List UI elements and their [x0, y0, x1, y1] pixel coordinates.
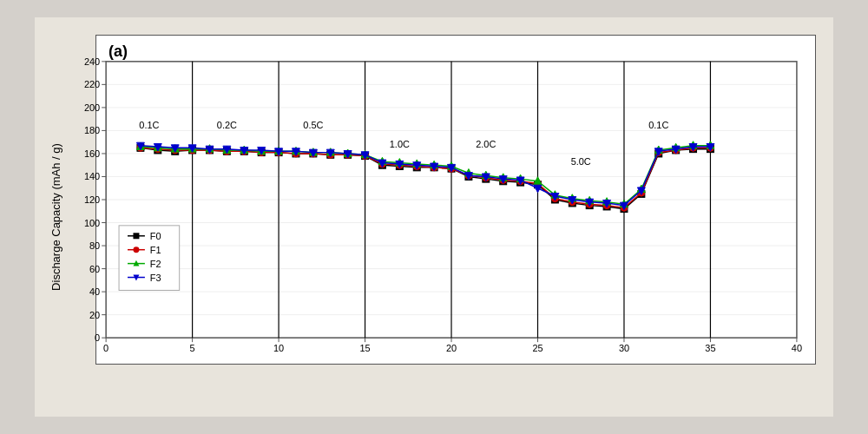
- svg-text:0.1C: 0.1C: [139, 120, 159, 130]
- svg-text:0.2C: 0.2C: [217, 120, 237, 130]
- svg-text:0: 0: [103, 343, 108, 353]
- svg-text:F2: F2: [150, 259, 161, 269]
- svg-text:5: 5: [190, 343, 195, 353]
- svg-text:80: 80: [89, 240, 100, 251]
- svg-text:40: 40: [792, 343, 802, 353]
- svg-text:180: 180: [84, 125, 100, 135]
- svg-text:F1: F1: [150, 245, 161, 255]
- chart-title: (a): [108, 43, 128, 61]
- svg-text:25: 25: [532, 343, 542, 353]
- svg-text:140: 140: [84, 171, 100, 181]
- svg-text:1.0C: 1.0C: [390, 139, 410, 149]
- svg-point-213: [133, 247, 139, 253]
- svg-text:10: 10: [273, 343, 284, 353]
- svg-text:F0: F0: [150, 231, 161, 241]
- svg-text:100: 100: [84, 218, 100, 228]
- svg-text:15: 15: [359, 343, 370, 353]
- svg-text:0.1C: 0.1C: [648, 120, 668, 130]
- chart-svg: 0204060801001201401601802002202400510152…: [96, 36, 815, 364]
- svg-rect-210: [133, 233, 139, 239]
- svg-text:5.0C: 5.0C: [571, 156, 591, 167]
- svg-text:220: 220: [84, 79, 100, 89]
- chart-area: (a) 020406080100120140160180200220240051…: [95, 35, 816, 365]
- svg-text:F3: F3: [150, 273, 161, 283]
- y-axis-label: Discharge Capacity (mAh / g): [49, 143, 62, 291]
- svg-text:120: 120: [84, 194, 100, 205]
- svg-text:2.0C: 2.0C: [476, 139, 496, 149]
- svg-text:0.5C: 0.5C: [303, 120, 323, 130]
- svg-text:40: 40: [89, 286, 100, 297]
- svg-text:0: 0: [95, 332, 100, 343]
- svg-text:240: 240: [84, 56, 100, 67]
- svg-text:35: 35: [705, 343, 715, 353]
- svg-text:20: 20: [446, 343, 457, 353]
- svg-text:60: 60: [89, 264, 100, 274]
- svg-text:160: 160: [84, 148, 100, 159]
- chart-container: (a) 020406080100120140160180200220240051…: [35, 17, 833, 417]
- svg-text:200: 200: [84, 102, 100, 113]
- svg-text:30: 30: [619, 343, 629, 353]
- svg-text:20: 20: [89, 310, 100, 320]
